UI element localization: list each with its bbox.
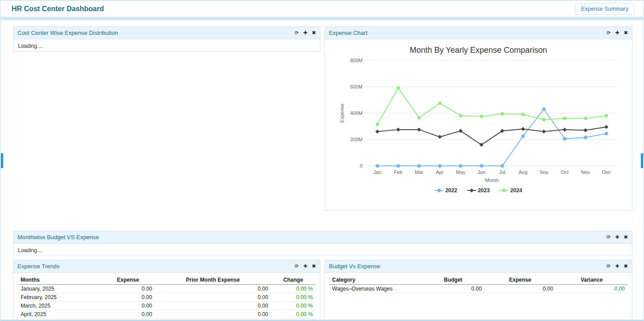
legend-item-2024[interactable]: 2024: [499, 187, 522, 194]
panel-header: Expense Chart ⟳ ✚ ✖: [325, 27, 632, 39]
expand-icon[interactable]: ✚: [615, 30, 619, 35]
table-cell: April, 2025: [18, 310, 101, 319]
expense-chart-svg: 0200M400M600M800MJanFebMarAprMayJunJulAu…: [326, 57, 628, 186]
close-icon[interactable]: ✖: [312, 264, 316, 269]
table-row: February, 20250.000.000.00 %: [18, 293, 316, 302]
budget-vs-expense-table: CategoryBudgetExpenseVarianceWages–Overs…: [329, 275, 627, 293]
table-cell: 0.00: [155, 319, 271, 321]
svg-text:Oct: Oct: [561, 169, 568, 175]
table-cell: February, 2025: [18, 293, 101, 302]
svg-text:Nov: Nov: [581, 169, 590, 175]
svg-text:Month: Month: [485, 177, 499, 183]
svg-text:Aug: Aug: [519, 169, 528, 175]
table-cell: 0.00: [101, 310, 155, 319]
panel-icon-group: ⟳ ✚ ✖: [606, 235, 628, 240]
column-header: Budget: [422, 275, 484, 285]
loading-text: Loading....: [13, 39, 320, 53]
expand-icon[interactable]: ✚: [615, 235, 619, 240]
legend-item-2022[interactable]: 2022: [435, 187, 457, 194]
svg-text:600M: 600M: [350, 84, 363, 89]
column-header: Expense: [484, 275, 556, 285]
table-cell: 0.00 %: [271, 310, 316, 319]
table-cell: January, 2025: [18, 285, 101, 293]
legend-item-2023[interactable]: 2023: [467, 187, 490, 194]
close-icon[interactable]: ✖: [624, 30, 628, 35]
table-cell: 0.00: [101, 302, 155, 310]
svg-text:Expense: Expense: [339, 104, 345, 123]
table-cell: 0.00 %: [271, 302, 316, 310]
table-cell: May, 2025: [18, 319, 101, 321]
panel-title-expense-trends: Expense Trends: [17, 263, 60, 270]
table-row: March, 20250.000.000.00 %: [18, 302, 316, 310]
svg-text:Apr: Apr: [436, 169, 444, 175]
left-scrollbar-thumb[interactable]: [1, 153, 3, 168]
column-header: Expense: [101, 275, 155, 285]
refresh-icon[interactable]: ⟳: [606, 235, 610, 240]
panel-header: Expense Trends ⟳ ✚ ✖: [13, 260, 320, 273]
svg-text:Jul: Jul: [499, 169, 505, 175]
panel-title-cost-center: Cost Center Wise Expense Distribution: [17, 30, 118, 36]
svg-text:Mar: Mar: [415, 169, 423, 175]
loading-text: Loading....: [13, 244, 632, 257]
panel-body: CategoryBudgetExpenseVarianceWages–Overs…: [325, 273, 632, 293]
svg-text:Jan: Jan: [373, 169, 381, 175]
chart-legend: 202220232024: [325, 187, 632, 194]
close-icon[interactable]: ✖: [624, 235, 628, 240]
expense-summary-button[interactable]: Expense Summary: [575, 3, 634, 15]
table-row: Wages–Overseas Wages0.000.000.00: [329, 285, 627, 293]
top-header: HR Cost Center Dashboard Expense Summary: [1, 1, 643, 17]
column-header: Category: [329, 275, 422, 285]
table-cell: 0.00: [155, 302, 271, 310]
table-row: May, 20250.000.000.00 %: [18, 319, 316, 321]
svg-text:May: May: [456, 169, 465, 175]
table-cell: 0.00 %: [271, 285, 316, 293]
refresh-icon[interactable]: ⟳: [606, 264, 610, 269]
legend-label: 2022: [445, 187, 457, 194]
column-header: Change: [271, 275, 316, 285]
svg-text:Sep: Sep: [539, 169, 548, 175]
refresh-icon[interactable]: ⟳: [294, 264, 299, 269]
refresh-icon[interactable]: ⟳: [606, 30, 610, 35]
panel-header: Cost Center Wise Expense Distribution ⟳ …: [13, 27, 320, 39]
table-cell: 0.00: [155, 293, 271, 302]
page-title: HR Cost Center Dashboard: [12, 5, 104, 13]
panel-budget-vs-expense: Budget Vs Expense ⟳ ✚ ✖ CategoryBudgetEx…: [324, 260, 632, 321]
column-header: Months: [18, 275, 101, 285]
panel-cost-center-distribution: Cost Center Wise Expense Distribution ⟳ …: [13, 26, 320, 52]
close-icon[interactable]: ✖: [312, 30, 316, 35]
panel-icon-group: ⟳ ✚ ✖: [294, 30, 316, 35]
panel-icon-group: ⟳ ✚ ✖: [294, 264, 316, 269]
expand-icon[interactable]: ✚: [303, 264, 307, 269]
legend-marker-square: [499, 188, 508, 193]
panel-expense-chart: Expense Chart ⟳ ✚ ✖ Month By Yearly Expe…: [324, 26, 632, 211]
legend-marker-circle: [435, 188, 444, 193]
legend-label: 2023: [478, 187, 490, 194]
table-cell: 0.00 %: [271, 293, 316, 302]
panel-body: MonthsExpensePrior Month ExpenseChangeJa…: [13, 273, 320, 321]
chart-title: Month By Yearly Expense Comparison: [325, 46, 632, 55]
expand-icon[interactable]: ✚: [303, 30, 307, 35]
table-cell: 0.00: [155, 310, 271, 319]
table-cell: 0.00: [101, 285, 155, 293]
table-cell: 0.00: [422, 285, 484, 293]
table-cell: 0.00: [101, 293, 155, 302]
panel-icon-group: ⟳ ✚ ✖: [606, 30, 628, 35]
panel-monthwise-budget-vs-expense: Monthwise Budget VS Expense ⟳ ✚ ✖ Loadin…: [13, 231, 632, 255]
svg-text:400M: 400M: [350, 110, 363, 116]
refresh-icon[interactable]: ⟳: [294, 30, 299, 35]
table-cell: 0.00 %: [271, 319, 316, 321]
table-cell: 0.00: [101, 319, 155, 321]
table-cell: Wages–Overseas Wages: [329, 285, 422, 293]
panel-header: Monthwise Budget VS Expense ⟳ ✚ ✖: [13, 231, 632, 244]
dashboard-page: HR Cost Center Dashboard Expense Summary…: [0, 0, 644, 321]
svg-text:200M: 200M: [350, 137, 363, 142]
close-icon[interactable]: ✖: [624, 264, 628, 269]
table-row: January, 20250.000.000.00 %: [18, 285, 316, 293]
right-scrollbar-thumb[interactable]: [641, 153, 643, 168]
expand-icon[interactable]: ✚: [615, 264, 619, 269]
header-divider: [1, 17, 643, 20]
table-cell: March, 2025: [18, 302, 101, 310]
column-header: Prior Month Expense: [155, 275, 271, 285]
panel-expense-trends: Expense Trends ⟳ ✚ ✖ MonthsExpensePrior …: [13, 260, 320, 321]
table-header-row: CategoryBudgetExpenseVariance: [329, 275, 627, 285]
